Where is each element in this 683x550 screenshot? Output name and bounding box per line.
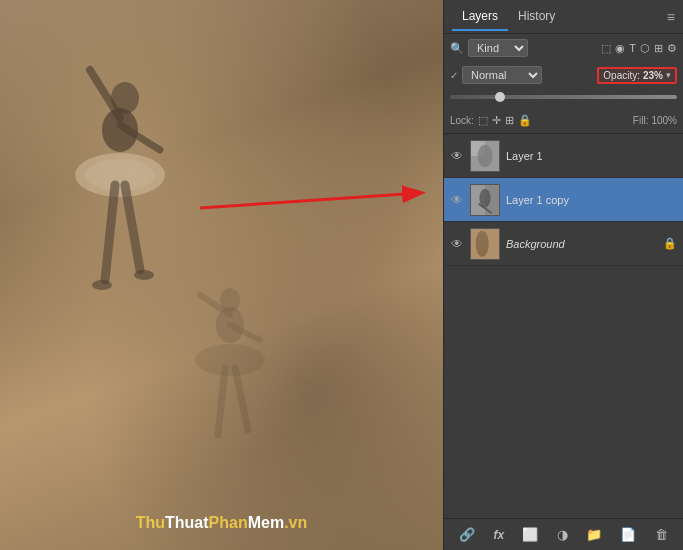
layer-visibility-icon[interactable]: 👁 xyxy=(450,193,464,207)
svg-point-9 xyxy=(134,270,154,280)
svg-point-5 xyxy=(85,159,155,191)
layer-row[interactable]: 👁 Layer 1 copy xyxy=(444,178,683,222)
slider-thumb[interactable] xyxy=(495,92,505,102)
slider-row xyxy=(444,88,683,108)
panel-toolbar: 🔗 fx ⬜ ◑ 📁 📄 🗑 xyxy=(444,518,683,550)
kind-row: 🔍 Kind Name Effect ⬚ ◉ T ⬡ ⊞ ⚙ xyxy=(444,34,683,62)
layer-row[interactable]: 👁 Layer 1 xyxy=(444,134,683,178)
opacity-value[interactable]: 23% xyxy=(643,70,663,81)
blend-mode-select[interactable]: Normal Multiply Screen Overlay xyxy=(462,66,542,84)
watermark-thu: Thu xyxy=(136,514,165,531)
delete-layer-icon[interactable]: 🗑 xyxy=(655,527,668,542)
opacity-section: Opacity: 23% ▾ xyxy=(597,67,677,84)
watermark-vn: .vn xyxy=(284,514,307,531)
svg-line-6 xyxy=(105,185,115,280)
adjustment-filter-icon[interactable]: ◉ xyxy=(615,42,625,55)
lock-row: Lock: ⬚ ✛ ⊞ 🔒 Fill: 100% xyxy=(444,108,683,134)
ballerina-figure xyxy=(40,10,200,510)
kind-icons: ⬚ ◉ T ⬡ ⊞ ⚙ xyxy=(601,42,677,55)
fill-value: 100% xyxy=(651,115,677,126)
layer-thumbnail xyxy=(470,228,500,260)
watermark-phan: Phan xyxy=(209,514,248,531)
main-container: ThuThuatPhanMem.vn Layers History ≡ 🔍 Ki… xyxy=(0,0,683,550)
layer-name: Background xyxy=(506,238,657,250)
adjustment-layer-icon[interactable]: ◑ xyxy=(557,527,568,542)
svg-point-8 xyxy=(92,280,112,290)
svg-point-21 xyxy=(478,144,493,166)
svg-point-28 xyxy=(478,230,487,241)
layer-visibility-icon[interactable]: 👁 xyxy=(450,237,464,251)
shadow-figure xyxy=(180,260,300,460)
svg-line-16 xyxy=(235,368,248,430)
svg-line-7 xyxy=(125,185,140,270)
layer-visibility-icon[interactable]: 👁 xyxy=(450,149,464,163)
layers-list: 👁 Layer 1 👁 xyxy=(444,134,683,518)
canvas-area: ThuThuatPhanMem.vn xyxy=(0,0,443,550)
panel-tabs: Layers History ≡ xyxy=(444,0,683,34)
panel-menu-icon[interactable]: ≡ xyxy=(667,9,675,25)
new-layer-icon[interactable]: 📄 xyxy=(620,527,636,542)
lock-all-icon[interactable]: 🔒 xyxy=(518,114,532,127)
pixel-icon[interactable]: ⬚ xyxy=(601,42,611,55)
layers-panel: Layers History ≡ 🔍 Kind Name Effect ⬚ ◉ … xyxy=(443,0,683,550)
svg-point-14 xyxy=(195,344,265,376)
kind-select[interactable]: Kind Name Effect xyxy=(468,39,528,57)
red-arrow xyxy=(200,178,440,228)
watermark-thuat: Thuat xyxy=(165,514,209,531)
fx-icon[interactable]: fx xyxy=(493,528,504,542)
watermark-mem: Mem xyxy=(248,514,284,531)
svg-line-18 xyxy=(200,193,420,208)
search-icon: 🔍 xyxy=(450,42,464,55)
add-mask-icon[interactable]: ⬜ xyxy=(522,527,538,542)
blend-check: ✓ xyxy=(450,70,458,81)
tab-layers[interactable]: Layers xyxy=(452,3,508,31)
background-lock-icon: 🔒 xyxy=(663,237,677,250)
fill-label: Fill: xyxy=(633,115,649,126)
lock-icons: ⬚ ✛ ⊞ 🔒 xyxy=(478,114,532,127)
blend-row: ✓ Normal Multiply Screen Overlay Opacity… xyxy=(444,62,683,88)
lock-position-icon[interactable]: ✛ xyxy=(492,114,501,127)
opacity-label: Opacity: xyxy=(603,70,640,81)
link-layers-icon[interactable]: 🔗 xyxy=(459,527,475,542)
layer-thumbnail xyxy=(470,184,500,216)
new-group-icon[interactable]: 📁 xyxy=(586,527,602,542)
layer-thumbnail xyxy=(470,140,500,172)
type-icon[interactable]: T xyxy=(629,42,636,54)
watermark: ThuThuatPhanMem.vn xyxy=(136,514,308,532)
lock-artboard-icon[interactable]: ⊞ xyxy=(505,114,514,127)
layer-row[interactable]: 👁 Background 🔒 xyxy=(444,222,683,266)
shape-icon[interactable]: ⬡ xyxy=(640,42,650,55)
opacity-dropdown-icon[interactable]: ▾ xyxy=(666,70,671,80)
layer-name: Layer 1 copy xyxy=(506,194,677,206)
fill-section: Fill: 100% xyxy=(633,115,677,126)
opacity-slider[interactable] xyxy=(450,95,677,99)
tab-history[interactable]: History xyxy=(508,3,565,31)
lock-label: Lock: xyxy=(450,115,474,126)
video-icon[interactable]: ⚙ xyxy=(667,42,677,55)
smart-icon[interactable]: ⊞ xyxy=(654,42,663,55)
svg-line-15 xyxy=(218,368,225,435)
layer-name: Layer 1 xyxy=(506,150,677,162)
lock-pixels-icon[interactable]: ⬚ xyxy=(478,114,488,127)
